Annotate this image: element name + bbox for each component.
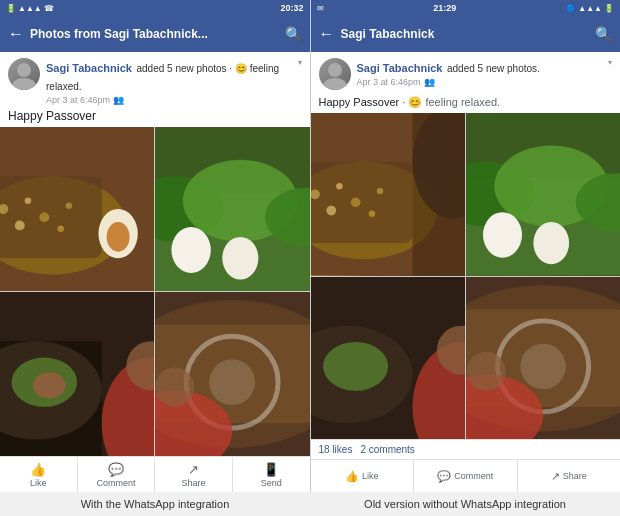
left-nav-title: Photos from Sagi Tabachnick... xyxy=(30,27,279,41)
svg-point-9 xyxy=(15,220,25,230)
right-likes-bar: 18 likes 2 comments xyxy=(311,439,621,460)
right-bluetooth-icon: 🔵 xyxy=(566,4,576,13)
right-photo-1[interactable] xyxy=(311,113,465,276)
right-post-info: Sagi Tabachnick added 5 new photos. Apr … xyxy=(357,58,603,87)
left-search-button[interactable]: 🔍 xyxy=(285,26,302,42)
right-comment-label: Comment xyxy=(454,471,493,481)
left-share-label: Share xyxy=(182,478,206,488)
left-post-meta-icon: 👥 xyxy=(113,95,124,105)
left-post-date: Apr 3 at 6:46pm xyxy=(46,95,110,105)
svg-point-53 xyxy=(533,222,569,264)
left-send-button[interactable]: 📱 Send xyxy=(233,457,310,492)
right-status-bar: ✉ 21:29 🔵 ▲▲▲ 🔋 xyxy=(311,0,621,16)
svg-point-18 xyxy=(172,227,211,273)
left-photo-4[interactable] xyxy=(155,292,309,456)
left-post-meta: Apr 3 at 6:46pm 👥 xyxy=(46,95,292,105)
right-nav-title: Sagi Tabachnick xyxy=(341,27,590,41)
left-avatar-image xyxy=(8,58,40,90)
right-share-button[interactable]: ↗ Share xyxy=(518,460,621,492)
right-back-button[interactable]: ← xyxy=(319,25,335,43)
svg-point-10 xyxy=(57,225,64,232)
left-phone-panel: 🔋 ▲▲▲ ☎ 20:32 ← Photos from Sagi Tabachn… xyxy=(0,0,311,492)
left-like-icon: 👍 xyxy=(30,462,46,477)
left-post-name: Sagi Tabachnick added 5 new photos · 😊 f… xyxy=(46,58,292,94)
left-comment-label: Comment xyxy=(96,478,135,488)
left-battery-icon: 🔋 xyxy=(6,4,16,13)
right-photo-4[interactable] xyxy=(466,277,620,440)
right-post-header: Sagi Tabachnick added 5 new photos. Apr … xyxy=(311,52,621,94)
right-post-name-row: Sagi Tabachnick added 5 new photos. xyxy=(357,58,603,76)
svg-point-42 xyxy=(376,188,383,195)
svg-point-35 xyxy=(323,78,347,90)
left-share-icon: ↗ xyxy=(188,462,199,477)
right-feeling-text: · 😊 feeling relaxed. xyxy=(402,96,500,108)
left-post-header: Sagi Tabachnick added 5 new photos · 😊 f… xyxy=(0,52,310,109)
left-happy-passover-text: Happy Passover xyxy=(8,109,96,123)
right-status-icons-left: ✉ xyxy=(317,4,324,13)
right-like-button[interactable]: 👍 Like xyxy=(311,460,415,492)
left-signal-icon: ▲▲▲ xyxy=(18,4,42,13)
svg-rect-46 xyxy=(412,113,465,276)
right-time: 21:29 xyxy=(433,3,456,13)
left-share-button[interactable]: ↗ Share xyxy=(155,457,233,492)
right-post-meta-icon: 👥 xyxy=(424,77,435,87)
left-photo-3[interactable] xyxy=(0,292,154,456)
right-photo-2[interactable] xyxy=(466,113,620,276)
right-like-label: Like xyxy=(362,471,379,481)
right-share-label: Share xyxy=(563,471,587,481)
left-time: 20:32 xyxy=(280,3,303,13)
right-comment-icon: 💬 xyxy=(437,470,451,483)
right-battery-icon: 🔋 xyxy=(604,4,614,13)
right-signal-icon: ▲▲▲ xyxy=(578,4,602,13)
right-happy-passover-text: Happy Passover xyxy=(319,96,400,108)
right-search-button[interactable]: 🔍 xyxy=(595,26,612,42)
left-photo-2[interactable] xyxy=(155,127,309,291)
right-post-meta: Apr 3 at 6:46pm 👥 xyxy=(357,77,603,87)
svg-point-43 xyxy=(326,206,336,216)
svg-point-40 xyxy=(336,183,343,190)
left-phone-icon: ☎ xyxy=(44,4,54,13)
right-chevron-icon: ▾ xyxy=(608,58,612,67)
left-like-label: Like xyxy=(30,478,47,488)
right-post-text: Happy Passover · 😊 feeling relaxed. xyxy=(311,94,621,113)
svg-point-33 xyxy=(155,367,194,406)
svg-rect-4 xyxy=(0,176,102,258)
svg-point-41 xyxy=(350,198,360,208)
left-status-bar: 🔋 ▲▲▲ ☎ 20:32 xyxy=(0,0,310,16)
left-user-name: Sagi Tabachnick xyxy=(46,62,132,74)
svg-point-19 xyxy=(223,237,259,280)
right-action-bar: 👍 Like 💬 Comment ↗ Share xyxy=(311,460,621,492)
right-photo-grid xyxy=(311,113,621,439)
left-send-icon: 📱 xyxy=(263,462,279,477)
left-chevron-icon: ▾ xyxy=(298,58,302,67)
right-user-name: Sagi Tabachnick xyxy=(357,62,443,74)
svg-point-44 xyxy=(368,211,375,218)
left-status-icons: 🔋 ▲▲▲ ☎ xyxy=(6,4,54,13)
left-comment-icon: 💬 xyxy=(108,462,124,477)
svg-point-65 xyxy=(467,351,506,390)
left-photo-grid xyxy=(0,127,310,456)
right-nav-bar: ← Sagi Tabachnick 🔍 xyxy=(311,16,621,52)
left-comment-button[interactable]: 💬 Comment xyxy=(78,457,156,492)
right-like-icon: 👍 xyxy=(345,470,359,483)
left-avatar xyxy=(8,58,40,90)
left-photo-1[interactable] xyxy=(0,127,154,291)
right-comments-count: 2 comments xyxy=(360,444,414,455)
svg-point-12 xyxy=(107,222,130,252)
right-likes-count: 18 likes xyxy=(319,444,353,455)
svg-point-7 xyxy=(39,212,49,222)
left-back-button[interactable]: ← xyxy=(8,25,24,43)
right-bottom-label: Old version without WhatsApp integration xyxy=(310,498,620,510)
svg-point-0 xyxy=(17,63,31,77)
left-like-button[interactable]: 👍 Like xyxy=(0,457,78,492)
left-send-label: Send xyxy=(261,478,282,488)
right-post-action: added 5 new photos. xyxy=(447,63,540,74)
svg-point-8 xyxy=(66,202,73,209)
right-photo-3[interactable] xyxy=(311,277,465,440)
svg-point-34 xyxy=(328,63,342,77)
right-comment-button[interactable]: 💬 Comment xyxy=(414,460,518,492)
right-message-icon: ✉ xyxy=(317,4,324,13)
left-post-info: Sagi Tabachnick added 5 new photos · 😊 f… xyxy=(46,58,292,105)
right-avatar xyxy=(319,58,351,90)
right-phone-panel: ✉ 21:29 🔵 ▲▲▲ 🔋 ← Sagi Tabachnick 🔍 xyxy=(311,0,621,492)
